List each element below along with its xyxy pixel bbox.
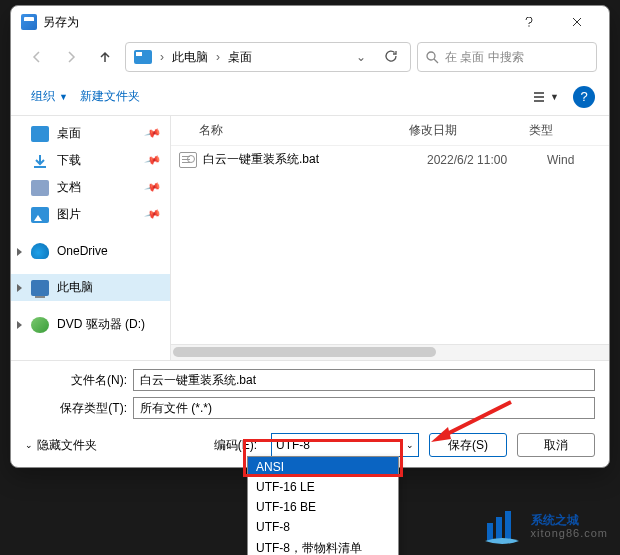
sidebar-item-desktop[interactable]: 桌面📌 [11,120,170,147]
search-icon [426,51,439,64]
window-title: 另存为 [43,14,507,31]
new-folder-button[interactable]: 新建文件夹 [74,84,146,109]
pin-icon: 📌 [144,178,163,196]
sidebar-item-onedrive[interactable]: OneDrive [11,238,170,264]
encoding-label: 编码(E): [214,437,261,454]
watermark-title: 系统之城 [531,514,608,526]
svg-rect-5 [505,511,511,541]
encoding-option-utf8[interactable]: UTF-8 [248,517,398,537]
back-button[interactable] [23,43,51,71]
file-list: 名称 修改日期 类型 白云一键重装系统.bat 2022/6/2 11:00 W… [171,116,609,360]
hide-folders-toggle[interactable]: ⌄ 隐藏文件夹 [25,437,97,454]
desktop-icon [31,126,49,142]
file-date: 2022/6/2 11:00 [427,153,547,167]
sidebar-item-dvd[interactable]: DVD 驱动器 (D:) [11,311,170,338]
bat-file-icon [179,152,197,168]
encoding-option-ansi[interactable]: ANSI [248,457,398,477]
forward-button[interactable] [57,43,85,71]
col-type[interactable]: 类型 [529,122,601,139]
encoding-select[interactable]: UTF-8⌄ [271,433,419,457]
titlebar: 另存为 [11,6,609,38]
chevron-right-icon: › [158,50,166,64]
file-list-header: 名称 修改日期 类型 [171,116,609,146]
address-dropdown[interactable]: ⌄ [348,50,374,64]
file-row[interactable]: 白云一键重装系统.bat 2022/6/2 11:00 Wind [171,146,609,173]
bottom-panel: 文件名(N): 保存类型(T): ⌄ 隐藏文件夹 编码(E): UTF-8⌄ 保… [11,360,609,467]
col-name[interactable]: 名称 [179,122,409,139]
save-button[interactable]: 保存(S) [429,433,507,457]
close-button[interactable] [555,8,599,36]
watermark-logo [481,505,523,547]
file-name: 白云一键重装系统.bat [203,151,427,168]
pictures-icon [31,207,49,223]
nav-bar: › 此电脑 › 桌面 ⌄ 在 桌面 中搜索 [11,38,609,80]
up-button[interactable] [91,43,119,71]
file-type: Wind [547,153,601,167]
save-as-dialog: 另存为 › 此电脑 › 桌面 ⌄ 在 桌面 中搜索 组织 ▼ 新建文件夹 ▼ ? [10,5,610,468]
organize-button[interactable]: 组织 ▼ [25,84,74,109]
sidebar-item-downloads[interactable]: 下载📌 [11,147,170,174]
svg-rect-3 [487,523,493,541]
filetype-select[interactable] [133,397,595,419]
filetype-label: 保存类型(T): [25,400,133,417]
document-icon [31,180,49,196]
notepad-icon [21,14,37,30]
search-input[interactable]: 在 桌面 中搜索 [417,42,597,72]
sidebar-item-pictures[interactable]: 图片📌 [11,201,170,228]
filename-label: 文件名(N): [25,372,133,389]
encoding-option-utf16be[interactable]: UTF-16 BE [248,497,398,517]
crumb-desktop[interactable]: 桌面 [224,47,256,68]
encoding-option-utf16le[interactable]: UTF-16 LE [248,477,398,497]
filename-input[interactable] [133,369,595,391]
horizontal-scrollbar[interactable] [171,344,609,360]
help-icon[interactable]: ? [573,86,595,108]
location-icon [134,50,152,64]
chevron-right-icon: › [214,50,222,64]
pc-icon [31,280,49,296]
watermark-url: xitong86.com [531,528,608,539]
download-icon [31,153,49,169]
encoding-dropdown: ANSI UTF-16 LE UTF-16 BE UTF-8 UTF-8，带物料… [247,456,399,555]
address-bar[interactable]: › 此电脑 › 桌面 ⌄ [125,42,411,72]
toolbar: 组织 ▼ 新建文件夹 ▼ ? [11,80,609,116]
search-placeholder: 在 桌面 中搜索 [445,49,524,66]
watermark: 系统之城 xitong86.com [481,505,608,547]
view-options-button[interactable]: ▼ [526,86,565,108]
sidebar-item-documents[interactable]: 文档📌 [11,174,170,201]
svg-rect-4 [496,517,502,541]
col-date[interactable]: 修改日期 [409,122,529,139]
pin-icon: 📌 [144,151,163,169]
pin-icon: 📌 [144,205,163,223]
sidebar-item-thispc[interactable]: 此电脑 [11,274,170,301]
refresh-button[interactable] [376,49,406,66]
encoding-option-utf8bom[interactable]: UTF-8，带物料清单 [248,537,398,555]
crumb-thispc[interactable]: 此电脑 [168,47,212,68]
help-button[interactable] [507,8,551,36]
svg-point-0 [528,25,529,26]
svg-point-1 [427,52,435,60]
sidebar: 桌面📌 下载📌 文档📌 图片📌 OneDrive 此电脑 DVD 驱动器 (D:… [11,116,171,360]
onedrive-icon [31,243,49,259]
dvd-icon [31,317,49,333]
pin-icon: 📌 [144,124,163,142]
cancel-button[interactable]: 取消 [517,433,595,457]
